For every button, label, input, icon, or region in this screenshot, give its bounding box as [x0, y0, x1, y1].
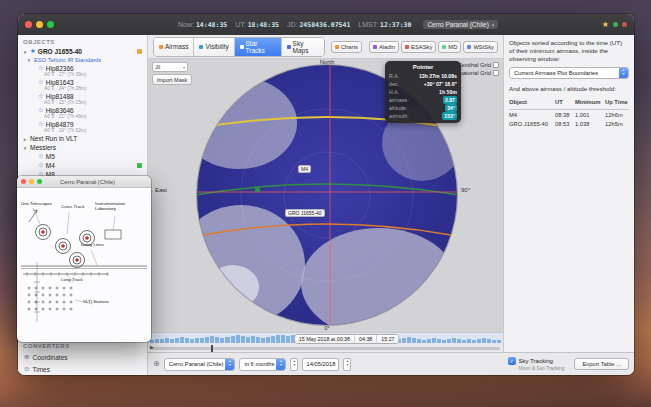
play-icon[interactable]: ▶ — [150, 344, 154, 350]
titlebar-location-dropdown[interactable]: Cerro Paranal (Chile) ▾ — [423, 20, 498, 29]
titlebar[interactable]: Now: 14:48:35 UT: 18:48:35 JD: 2458436.0… — [18, 14, 634, 35]
column-header[interactable]: UT — [555, 98, 575, 107]
histogram-bar — [432, 338, 436, 343]
map-label-m4[interactable]: M4 — [298, 165, 311, 173]
table-row[interactable]: M408:381.00112h6m — [509, 111, 629, 120]
date-stepper[interactable]: ▴▾ — [343, 358, 351, 371]
tab-visibility[interactable]: Visibility — [194, 38, 234, 56]
histogram-bar — [281, 335, 285, 343]
scrubber-playhead[interactable] — [211, 345, 213, 352]
sky-maps-icon — [287, 45, 291, 49]
histogram-bar — [241, 336, 245, 343]
date-button[interactable]: 15 May 2018 at 00:38 — [295, 335, 355, 343]
tab-label: Sky Maps — [293, 40, 319, 54]
boundaries-dropdown-value: Current Airmass Plot Boundaries — [514, 70, 598, 76]
tooltip-row: airmass:2.87 — [389, 96, 457, 104]
histogram-bar — [412, 338, 416, 343]
close-button[interactable] — [21, 179, 26, 184]
end-time-button[interactable]: 15:27 — [377, 335, 398, 343]
tree-item-label: Hip81643 — [46, 79, 74, 86]
column-header[interactable]: Minimum — [575, 98, 605, 107]
tree-item-m4[interactable]: ☆M4 — [26, 161, 147, 170]
tree-item-hip82366[interactable]: ☆Hip82366A0 V · 27° (7h 39m) — [26, 64, 147, 78]
table-row[interactable]: GRO J1655-4008:531.03812h5m — [509, 120, 629, 129]
histogram-bar — [261, 338, 265, 343]
histogram-bar — [236, 335, 240, 343]
export-table-button[interactable]: Export Table ... — [574, 358, 629, 370]
tool-md[interactable]: MD — [438, 41, 461, 53]
site-dropdown[interactable]: Cerro Paranal (Chile) ▴▾ — [164, 358, 236, 371]
zoom-button[interactable] — [47, 21, 54, 28]
popup-arrows-icon: ▴▾ — [225, 359, 234, 370]
start-time-button[interactable]: 04:38 — [355, 335, 377, 343]
wstsky-icon — [467, 45, 471, 49]
tree-item-hip81643[interactable]: ☆Hip81643A0 V · 24° (7h 28m) — [26, 78, 147, 92]
histogram-bar — [286, 336, 290, 343]
range-stepper[interactable]: ▴▾ — [290, 358, 298, 371]
tool-esasky[interactable]: ESASky — [401, 41, 436, 53]
star-icon: ☆ — [38, 79, 44, 86]
histogram-bar — [402, 338, 406, 343]
date-field[interactable]: 14/05/2018 — [302, 358, 339, 371]
tool-aladin[interactable]: Aladin — [369, 41, 399, 53]
tree-item-hip83646[interactable]: ☆Hip83646A0 V · 21° (7h 46m) — [26, 106, 147, 120]
tooltip-label: airmass: — [389, 96, 409, 104]
tree-item-hip81488[interactable]: ☆Hip81488A0 V · 23° (7h 25m) — [26, 92, 147, 106]
map-label-gro-j1655-40[interactable]: GRO J1655-40 — [285, 209, 325, 217]
tab-airmass[interactable]: Airmass — [154, 38, 194, 56]
titlebar-location-value: Cerro Paranal (Chile) — [427, 21, 488, 28]
jd-value: 2458436.07541 — [299, 21, 350, 29]
tree-item-m5[interactable]: ☆M5 — [26, 152, 147, 161]
objects-tree: ▾★GRO J1655-40▾ESO Telluric IR Standards… — [18, 47, 147, 188]
disclosure-icon[interactable]: ▾ — [22, 49, 28, 55]
label-delay-lines: Delay Lines — [81, 243, 104, 248]
histogram-bar — [442, 340, 446, 343]
tree-item-messiers[interactable]: ▾Messiers — [18, 143, 147, 152]
mask-dropdown[interactable]: Jil ▾ — [152, 62, 188, 72]
histogram-bar — [457, 339, 461, 343]
star-icon: ★ — [30, 48, 36, 55]
paranal-window-titlebar[interactable]: Cerro Paranal (Chile) — [17, 176, 151, 188]
tree-item-gro-j1655-40[interactable]: ▾★GRO J1655-40 — [18, 47, 147, 56]
minimize-button[interactable] — [36, 21, 43, 28]
converter-label: Coordinates — [32, 354, 67, 361]
airmass-panel-description: Objects sorted according to the time (UT… — [509, 39, 629, 63]
range-dropdown[interactable]: in 6 months ▴▾ — [239, 358, 286, 371]
disclosure-icon[interactable]: ▸ — [22, 136, 28, 142]
close-button[interactable] — [25, 21, 32, 28]
jd-readout: JD: 2458436.07541 — [287, 21, 350, 29]
tree-item-detail: A0 V · 19° (7h 52m) — [44, 128, 145, 133]
converter-coordinates[interactable]: ⊕ Coordinates — [18, 351, 147, 363]
import-mask-button[interactable]: Import Mask — [152, 74, 192, 85]
tooltip-label: H.A. — [389, 88, 399, 96]
boundaries-dropdown[interactable]: Current Airmass Plot Boundaries ▴▾ — [509, 67, 629, 79]
tab-sky-maps[interactable]: Sky Maps — [282, 38, 324, 56]
star-tracks-map[interactable]: Jil ▾ Import Mask Zenithal Grid Equatori… — [148, 59, 503, 332]
paranal-map-window[interactable]: Cerro Paranal (Chile) Unit Telescop — [17, 176, 151, 342]
tool-label: MD — [448, 44, 457, 50]
status-indicator — [137, 163, 142, 168]
disclosure-icon[interactable]: ▾ — [26, 57, 32, 63]
time-scrubber[interactable] — [151, 347, 500, 350]
tree-item-label: Hip83646 — [46, 107, 74, 114]
minimize-button[interactable] — [29, 179, 34, 184]
histogram-bar — [231, 336, 235, 343]
instrumentation-lab-outline — [105, 230, 121, 239]
tree-item-next-run-in-vlt[interactable]: ▸Next Run in VLT — [18, 134, 147, 143]
sky-tracking-checkbox[interactable]: ✓ Sky Tracking — [508, 357, 565, 365]
tooltip-row: R.A.13h 27m 10.08s — [389, 72, 457, 80]
column-header[interactable]: Up Time — [605, 98, 629, 107]
disclosure-icon[interactable]: ▾ — [22, 145, 28, 151]
now-readout: Now: 14:48:35 — [178, 21, 227, 29]
histogram-bar — [447, 339, 451, 343]
tooltip-row: azimuth:153° — [389, 112, 457, 120]
tab-star-tracks[interactable]: Star Tracks — [235, 38, 282, 56]
tool-charts[interactable]: Charts — [331, 41, 362, 53]
converter-times[interactable]: ⊙ Times — [18, 363, 147, 375]
pointer-tooltip: Pointer R.A.13h 27m 10.08sdec.+30° 07' 1… — [385, 61, 461, 123]
tool-wstsky[interactable]: WStSky — [463, 41, 498, 53]
favorite-star-icon[interactable]: ★ — [602, 20, 609, 29]
column-header[interactable]: Object — [509, 98, 555, 107]
tree-item-eso-telluric-ir-standards[interactable]: ▾ESO Telluric IR Standards — [22, 56, 147, 64]
tree-item-hip84879[interactable]: ☆Hip84879A0 V · 19° (7h 52m) — [26, 120, 147, 134]
